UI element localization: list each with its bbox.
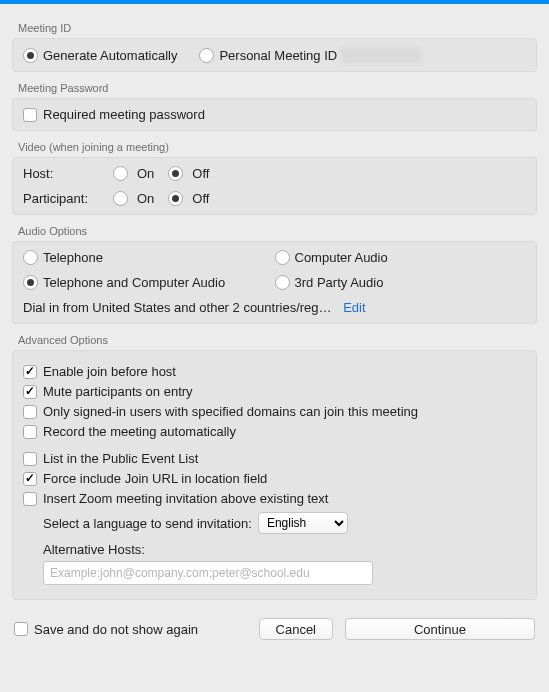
mute-entry-label: Mute participants on entry [43, 384, 193, 399]
telephone-label: Telephone [43, 250, 103, 265]
computer-audio-radio[interactable] [275, 250, 290, 265]
record-auto-checkbox[interactable] [23, 425, 37, 439]
personal-meeting-id-redacted [341, 47, 421, 63]
join-before-label: Enable join before host [43, 364, 176, 379]
force-url-label: Force include Join URL in location field [43, 471, 267, 486]
insert-invite-label: Insert Zoom meeting invitation above exi… [43, 491, 328, 506]
participant-label: Participant: [23, 191, 113, 206]
save-do-not-show-label: Save and do not show again [34, 622, 198, 637]
mute-entry-checkbox[interactable] [23, 385, 37, 399]
third-party-audio-radio[interactable] [275, 275, 290, 290]
public-list-checkbox[interactable] [23, 452, 37, 466]
participant-off-radio[interactable] [168, 191, 183, 206]
third-party-audio-label: 3rd Party Audio [295, 275, 384, 290]
generate-auto-radio[interactable] [23, 48, 38, 63]
personal-meeting-label: Personal Meeting ID [219, 48, 337, 63]
telephone-radio[interactable] [23, 250, 38, 265]
audio-panel: Telephone Computer Audio Telephone and C… [12, 241, 537, 324]
telephone-computer-label: Telephone and Computer Audio [43, 275, 225, 290]
meeting-id-panel: Generate Automatically Personal Meeting … [12, 38, 537, 72]
advanced-section-label: Advanced Options [18, 334, 537, 346]
force-url-checkbox[interactable] [23, 472, 37, 486]
meeting-password-panel: Required meeting password [12, 98, 537, 131]
bottom-bar: Save and do not show again Cancel Contin… [12, 618, 537, 640]
computer-audio-label: Computer Audio [295, 250, 388, 265]
participant-off-label: Off [192, 191, 209, 206]
language-select[interactable]: English [258, 512, 348, 534]
dialog-content: Meeting ID Generate Automatically Person… [0, 4, 549, 652]
host-off-radio[interactable] [168, 166, 183, 181]
continue-button[interactable]: Continue [345, 618, 535, 640]
select-language-label: Select a language to send invitation: [43, 516, 252, 531]
dial-in-text: Dial in from United States and other 2 c… [23, 300, 332, 315]
host-label: Host: [23, 166, 113, 181]
participant-on-radio[interactable] [113, 191, 128, 206]
alt-hosts-input[interactable] [43, 561, 373, 585]
signed-domains-checkbox[interactable] [23, 405, 37, 419]
host-off-label: Off [192, 166, 209, 181]
record-auto-label: Record the meeting automatically [43, 424, 236, 439]
signed-domains-label: Only signed-in users with specified doma… [43, 404, 418, 419]
participant-on-label: On [137, 191, 154, 206]
alt-hosts-label: Alternative Hosts: [43, 542, 526, 557]
generate-auto-label: Generate Automatically [43, 48, 177, 63]
insert-invite-checkbox[interactable] [23, 492, 37, 506]
host-on-radio[interactable] [113, 166, 128, 181]
edit-dial-in-link[interactable]: Edit [343, 300, 365, 315]
save-do-not-show-checkbox[interactable] [14, 622, 28, 636]
required-password-checkbox[interactable] [23, 108, 37, 122]
meeting-password-label: Meeting Password [18, 82, 537, 94]
host-on-label: On [137, 166, 154, 181]
audio-section-label: Audio Options [18, 225, 537, 237]
cancel-button[interactable]: Cancel [259, 618, 333, 640]
public-list-label: List in the Public Event List [43, 451, 198, 466]
required-password-text: Required meeting password [43, 107, 205, 122]
advanced-panel: Enable join before host Mute participant… [12, 350, 537, 600]
telephone-computer-radio[interactable] [23, 275, 38, 290]
video-panel: Host: On Off Participant: On Off [12, 157, 537, 215]
meeting-id-label: Meeting ID [18, 22, 537, 34]
personal-meeting-radio[interactable] [199, 48, 214, 63]
join-before-checkbox[interactable] [23, 365, 37, 379]
video-section-label: Video (when joining a meeting) [18, 141, 537, 153]
